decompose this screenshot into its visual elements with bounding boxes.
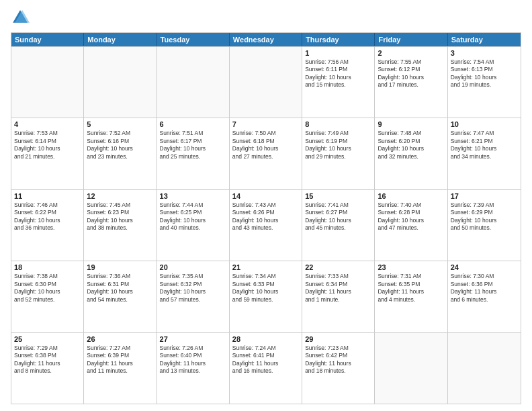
cal-header-thursday: Thursday [302,33,375,46]
cal-cell-empty [230,47,302,118]
cal-cell-empty [157,47,230,118]
cal-header-monday: Monday [84,33,157,46]
day-number: 10 [451,120,518,128]
day-info: Sunrise: 7:45 AM Sunset: 6:23 PM Dayligh… [87,201,153,232]
cal-cell-28: 28Sunrise: 7:24 AM Sunset: 6:41 PM Dayli… [230,333,302,404]
day-number: 5 [87,120,153,128]
day-number: 27 [160,335,226,343]
cal-week-2: 11Sunrise: 7:46 AM Sunset: 6:22 PM Dayli… [11,189,521,261]
cal-week-0: 1Sunrise: 7:56 AM Sunset: 6:11 PM Daylig… [11,46,521,118]
cal-cell-4: 4Sunrise: 7:53 AM Sunset: 6:14 PM Daylig… [11,118,84,189]
day-info: Sunrise: 7:24 AM Sunset: 6:41 PM Dayligh… [232,345,299,375]
calendar-header-row: SundayMondayTuesdayWednesdayThursdayFrid… [11,33,521,46]
cal-cell-7: 7Sunrise: 7:50 AM Sunset: 6:18 PM Daylig… [230,118,302,189]
day-number: 6 [160,120,226,128]
day-info: Sunrise: 7:41 AM Sunset: 6:27 PM Dayligh… [305,201,371,232]
day-number: 14 [232,192,299,200]
day-info: Sunrise: 7:43 AM Sunset: 6:26 PM Dayligh… [232,201,299,232]
day-info: Sunrise: 7:30 AM Sunset: 6:36 PM Dayligh… [451,273,518,304]
cal-cell-23: 23Sunrise: 7:31 AM Sunset: 6:35 PM Dayli… [375,261,447,332]
day-info: Sunrise: 7:55 AM Sunset: 6:12 PM Dayligh… [378,58,444,89]
cal-cell-29: 29Sunrise: 7:23 AM Sunset: 6:42 PM Dayli… [302,333,375,404]
cal-cell-12: 12Sunrise: 7:45 AM Sunset: 6:23 PM Dayli… [84,190,157,261]
day-info: Sunrise: 7:26 AM Sunset: 6:40 PM Dayligh… [160,345,226,375]
day-number: 12 [87,192,153,200]
cal-cell-27: 27Sunrise: 7:26 AM Sunset: 6:40 PM Dayli… [157,333,230,404]
cal-header-friday: Friday [375,33,447,46]
day-number: 15 [305,192,371,200]
cal-cell-9: 9Sunrise: 7:48 AM Sunset: 6:20 PM Daylig… [375,118,447,189]
day-number: 16 [378,192,444,200]
day-number: 21 [232,263,299,271]
cal-cell-26: 26Sunrise: 7:27 AM Sunset: 6:39 PM Dayli… [84,333,157,404]
day-info: Sunrise: 7:53 AM Sunset: 6:14 PM Dayligh… [14,130,81,161]
cal-cell-13: 13Sunrise: 7:44 AM Sunset: 6:25 PM Dayli… [157,190,230,261]
cal-cell-empty [11,47,84,118]
day-info: Sunrise: 7:51 AM Sunset: 6:17 PM Dayligh… [160,130,226,161]
cal-cell-3: 3Sunrise: 7:54 AM Sunset: 6:13 PM Daylig… [448,47,521,118]
cal-cell-empty [84,47,157,118]
cal-header-tuesday: Tuesday [157,33,230,46]
cal-cell-11: 11Sunrise: 7:46 AM Sunset: 6:22 PM Dayli… [11,190,84,261]
day-info: Sunrise: 7:52 AM Sunset: 6:16 PM Dayligh… [87,130,153,161]
day-info: Sunrise: 7:23 AM Sunset: 6:42 PM Dayligh… [305,345,371,375]
cal-week-4: 25Sunrise: 7:29 AM Sunset: 6:38 PM Dayli… [11,332,521,404]
day-number: 24 [451,263,518,271]
cal-cell-2: 2Sunrise: 7:55 AM Sunset: 6:12 PM Daylig… [375,47,447,118]
cal-cell-16: 16Sunrise: 7:40 AM Sunset: 6:28 PM Dayli… [375,190,447,261]
day-info: Sunrise: 7:46 AM Sunset: 6:22 PM Dayligh… [14,201,81,232]
cal-cell-22: 22Sunrise: 7:33 AM Sunset: 6:34 PM Dayli… [302,261,375,332]
cal-cell-21: 21Sunrise: 7:34 AM Sunset: 6:33 PM Dayli… [230,261,302,332]
cal-cell-10: 10Sunrise: 7:47 AM Sunset: 6:21 PM Dayli… [448,118,521,189]
day-number: 22 [305,263,371,271]
day-info: Sunrise: 7:56 AM Sunset: 6:11 PM Dayligh… [305,58,371,89]
day-info: Sunrise: 7:39 AM Sunset: 6:29 PM Dayligh… [451,201,518,232]
cal-cell-17: 17Sunrise: 7:39 AM Sunset: 6:29 PM Dayli… [448,190,521,261]
day-info: Sunrise: 7:33 AM Sunset: 6:34 PM Dayligh… [305,273,371,304]
logo-icon [11,8,30,27]
day-info: Sunrise: 7:27 AM Sunset: 6:39 PM Dayligh… [87,345,153,375]
cal-cell-24: 24Sunrise: 7:30 AM Sunset: 6:36 PM Dayli… [448,261,521,332]
day-info: Sunrise: 7:47 AM Sunset: 6:21 PM Dayligh… [451,130,518,161]
cal-cell-empty [375,333,447,404]
day-number: 8 [305,120,371,128]
day-number: 9 [378,120,444,128]
day-number: 13 [160,192,226,200]
cal-header-sunday: Sunday [11,33,84,46]
day-info: Sunrise: 7:40 AM Sunset: 6:28 PM Dayligh… [378,201,444,232]
page: SundayMondayTuesdayWednesdayThursdayFrid… [0,0,532,411]
day-number: 23 [378,263,444,271]
day-info: Sunrise: 7:31 AM Sunset: 6:35 PM Dayligh… [378,273,444,304]
day-info: Sunrise: 7:29 AM Sunset: 6:38 PM Dayligh… [14,345,81,375]
cal-cell-1: 1Sunrise: 7:56 AM Sunset: 6:11 PM Daylig… [302,47,375,118]
cal-cell-14: 14Sunrise: 7:43 AM Sunset: 6:26 PM Dayli… [230,190,302,261]
cal-header-wednesday: Wednesday [230,33,302,46]
day-info: Sunrise: 7:44 AM Sunset: 6:25 PM Dayligh… [160,201,226,232]
logo [11,8,32,27]
day-info: Sunrise: 7:38 AM Sunset: 6:30 PM Dayligh… [14,273,81,304]
cal-cell-18: 18Sunrise: 7:38 AM Sunset: 6:30 PM Dayli… [11,261,84,332]
day-number: 3 [451,49,518,57]
day-number: 29 [305,335,371,343]
day-number: 18 [14,263,81,271]
day-info: Sunrise: 7:54 AM Sunset: 6:13 PM Dayligh… [451,58,518,89]
cal-cell-20: 20Sunrise: 7:35 AM Sunset: 6:32 PM Dayli… [157,261,230,332]
day-info: Sunrise: 7:35 AM Sunset: 6:32 PM Dayligh… [160,273,226,304]
cal-cell-25: 25Sunrise: 7:29 AM Sunset: 6:38 PM Dayli… [11,333,84,404]
cal-week-3: 18Sunrise: 7:38 AM Sunset: 6:30 PM Dayli… [11,261,521,332]
day-number: 26 [87,335,153,343]
cal-cell-6: 6Sunrise: 7:51 AM Sunset: 6:17 PM Daylig… [157,118,230,189]
cal-cell-8: 8Sunrise: 7:49 AM Sunset: 6:19 PM Daylig… [302,118,375,189]
calendar: SundayMondayTuesdayWednesdayThursdayFrid… [11,32,521,404]
cal-cell-5: 5Sunrise: 7:52 AM Sunset: 6:16 PM Daylig… [84,118,157,189]
day-number: 28 [232,335,299,343]
day-number: 19 [87,263,153,271]
day-number: 25 [14,335,81,343]
day-info: Sunrise: 7:50 AM Sunset: 6:18 PM Dayligh… [232,130,299,161]
day-number: 20 [160,263,226,271]
day-number: 4 [14,120,81,128]
day-info: Sunrise: 7:49 AM Sunset: 6:19 PM Dayligh… [305,130,371,161]
day-info: Sunrise: 7:48 AM Sunset: 6:20 PM Dayligh… [378,130,444,161]
cal-cell-19: 19Sunrise: 7:36 AM Sunset: 6:31 PM Dayli… [84,261,157,332]
cal-header-saturday: Saturday [448,33,521,46]
